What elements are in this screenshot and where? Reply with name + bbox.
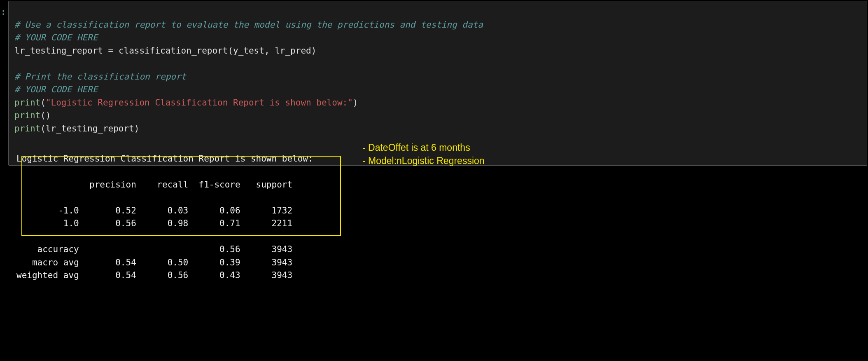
execution-prompt: : [1, 6, 6, 19]
code-comment: # YOUR CODE HERE [14, 84, 98, 94]
code-token: = [108, 46, 114, 56]
code-text: # Use a classification report to evaluat… [14, 19, 861, 136]
annotation-text: - DateOffet is at 6 months - Model:nLogi… [362, 141, 485, 167]
code-comment: # Use a classification report to evaluat… [14, 20, 483, 30]
code-output: Logistic Regression Classification Repor… [16, 139, 313, 308]
code-token: ( [40, 98, 46, 108]
annotation-line: - Model:nLogistic Regression [362, 154, 485, 167]
code-token: print [14, 124, 40, 134]
report-row: weighted avg 0.54 0.56 0.43 3943 [16, 270, 292, 280]
code-token: print [14, 110, 40, 120]
code-comment: # YOUR CODE HERE [14, 33, 98, 42]
code-token: classification_report(y_test, lr_pred) [113, 46, 316, 56]
output-text: Logistic Regression Classification Repor… [16, 152, 313, 282]
report-row: 1.0 0.56 0.98 0.71 2211 [16, 218, 292, 228]
code-token: lr_testing_report [14, 46, 108, 56]
report-row: macro avg 0.54 0.50 0.39 3943 [16, 258, 292, 267]
annotation-line: - DateOffet is at 6 months [362, 141, 485, 154]
code-token: ) [353, 98, 358, 108]
output-heading: Logistic Regression Classification Repor… [16, 154, 313, 164]
code-token: (lr_testing_report) [40, 124, 139, 134]
report-row: -1.0 0.52 0.03 0.06 1732 [16, 206, 292, 216]
code-comment: # Print the classification report [14, 72, 186, 82]
notebook-cell-container: : # Use a classification report to evalu… [0, 0, 868, 361]
code-token: () [40, 110, 51, 120]
code-token: print [14, 98, 40, 108]
code-string: "Logistic Regression Classification Repo… [46, 98, 353, 108]
report-row: accuracy 0.56 3943 [16, 244, 292, 254]
report-header-row: precision recall f1-score support [16, 180, 292, 190]
